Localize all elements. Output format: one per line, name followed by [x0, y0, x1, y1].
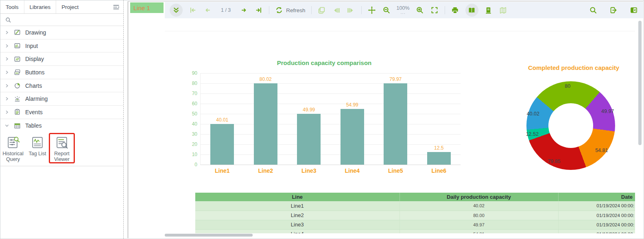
sidebar-item-tables[interactable]: Tables: [0, 119, 123, 133]
first-page-button[interactable]: [188, 5, 197, 15]
cell-date: 01/19/2024 00:00:: [558, 220, 635, 229]
copy-icon: [317, 6, 326, 15]
collapse-toolbar-button[interactable]: [170, 4, 183, 17]
prev-page-button[interactable]: [203, 5, 212, 15]
x-axis-label: Line1: [215, 167, 230, 174]
palette-item-report-viewer[interactable]: Report Viewer: [50, 134, 74, 163]
cell-date: 01/19/2024 00:00:: [558, 229, 635, 233]
donut-hole: [548, 103, 593, 148]
copy-page-button[interactable]: [317, 5, 326, 15]
page-scroll-icon: [484, 6, 493, 15]
sidebar-item-input[interactable]: Input: [0, 39, 123, 53]
zoom-level-dropdown[interactable]: 100% ...: [397, 6, 410, 15]
refresh-icon: [275, 6, 283, 14]
sidebar-item-buttons[interactable]: Buttons: [0, 66, 123, 79]
chevron-right-icon[interactable]: [4, 30, 9, 35]
palette-item-historical-query[interactable]: Historical Query: [1, 134, 25, 163]
next-page-button[interactable]: [240, 5, 249, 15]
zoom-in-button[interactable]: [415, 5, 424, 15]
chevron-down-icon[interactable]: [4, 124, 9, 128]
last-page-icon: [255, 6, 263, 14]
facing-pages-button[interactable]: [499, 5, 508, 15]
chevron-right-icon[interactable]: [4, 97, 9, 101]
pie-chart-icon: [13, 82, 21, 89]
display-icon: [13, 55, 21, 63]
single-page-view-button[interactable]: [484, 5, 493, 15]
chevron-right-icon[interactable]: [4, 110, 9, 114]
bar-value-label: 54.99: [346, 102, 358, 108]
last-page-button[interactable]: [254, 5, 263, 15]
vertical-scrollbar[interactable]: [638, 20, 642, 230]
cell-capacity: 49.97: [399, 220, 558, 229]
print-button[interactable]: [451, 5, 460, 15]
sidebar-item-events[interactable]: Events: [0, 106, 123, 119]
book-view-button[interactable]: [465, 4, 478, 17]
pencil-icon: [13, 28, 21, 36]
page-indicator: 1 / 3: [221, 7, 231, 13]
donut-segment-label: 40.02: [527, 111, 539, 117]
zoom-out-button[interactable]: [382, 5, 391, 15]
sidebar-search[interactable]: [0, 14, 123, 26]
chevron-right-icon[interactable]: [4, 84, 9, 88]
zoom-menu-dots: ...: [401, 10, 406, 15]
export-button[interactable]: [609, 5, 618, 15]
export-icon: [609, 6, 618, 14]
x-axis-label: Line5: [388, 167, 403, 174]
fit-page-button[interactable]: [430, 5, 439, 15]
search-icon: [589, 6, 597, 14]
tab-libraries[interactable]: Libraries: [24, 0, 57, 13]
gridline: [201, 154, 461, 155]
refresh-label: Refresh: [286, 7, 305, 13]
prev-view-button[interactable]: [332, 5, 341, 15]
chevron-right-icon[interactable]: [4, 44, 9, 48]
refresh-button[interactable]: Refresh: [275, 6, 305, 14]
app-window: Tools Libraries Project Drawing Input: [0, 0, 644, 239]
cell-capacity: 80.00: [399, 211, 558, 220]
tables-palette: Historical Query Tag List Report Viewer: [0, 133, 123, 167]
report-page: Production capacity comparison 010203040…: [165, 19, 635, 233]
donut-chart-title: Completed production capacity: [490, 64, 635, 71]
sidebar-item-display[interactable]: Display: [0, 52, 123, 66]
chevron-right-icon[interactable]: [4, 57, 9, 61]
folded-map-icon: [499, 6, 507, 15]
cell-date: 01/19/2024 00:00:: [558, 201, 635, 211]
zoom-in-icon: [416, 6, 424, 14]
x-axis-label: Line4: [345, 167, 360, 174]
y-axis-tick: 40: [183, 121, 197, 127]
y-axis-tick: 70: [183, 91, 197, 96]
donut-segment-label: 54.81: [595, 148, 608, 153]
sidebar-item-drawing[interactable]: Drawing: [0, 26, 123, 39]
sidebar-tabbar: Tools Libraries Project: [0, 0, 123, 14]
buttons-icon: [13, 68, 21, 76]
horizontal-scrollbar[interactable]: [165, 234, 634, 237]
toolbar-separator: [445, 6, 445, 14]
collapse-menu-button[interactable]: [109, 0, 123, 13]
sidebar-item-alarming[interactable]: Alarming: [0, 92, 123, 106]
tab-tools[interactable]: Tools: [0, 0, 24, 13]
bar-Line4: 54.99: [341, 109, 364, 165]
toggle-panel-button[interactable]: [629, 5, 638, 15]
toolbar-separator: [361, 6, 362, 14]
chevron-right-icon[interactable]: [4, 70, 9, 74]
pan-button[interactable]: [367, 5, 376, 15]
horizontal-scrollbar-thumb[interactable]: [165, 234, 253, 237]
bar-value-label: 80.02: [260, 76, 272, 82]
events-icon: [13, 108, 21, 116]
toolbar-separator: [311, 6, 312, 14]
next-view-button[interactable]: [347, 5, 356, 15]
bar-Line6: 12.5: [427, 152, 451, 165]
gridline: [201, 73, 461, 74]
historical-query-icon: [6, 136, 20, 150]
page-tab-label: Line 1: [133, 4, 150, 11]
page-tab-line1[interactable]: Line 1: [130, 2, 164, 13]
cell-line: Line2: [195, 211, 399, 220]
gridline: [201, 134, 461, 135]
tab-project[interactable]: Project: [56, 0, 84, 13]
open-book-icon: [467, 6, 476, 15]
next-view-icon: [347, 6, 355, 15]
vertical-scrollbar-thumb[interactable]: [638, 21, 642, 145]
find-button[interactable]: [589, 5, 598, 15]
palette-item-tag-list[interactable]: Tag List: [26, 134, 49, 163]
sidebar-item-charts[interactable]: Charts: [0, 79, 123, 93]
bar-chart-title: Production capacity comparison: [202, 59, 446, 66]
